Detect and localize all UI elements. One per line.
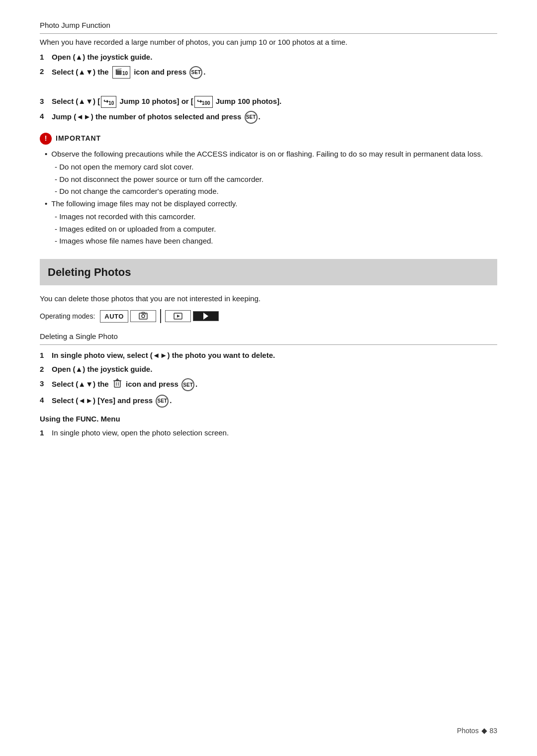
set-button-icon-4: SET <box>245 111 258 124</box>
sub-1-1-text: Do not open the memory card slot cover. <box>59 163 193 171</box>
footer-diamond <box>481 729 487 734</box>
subsection-title: Deleting a Single Photo <box>40 332 118 340</box>
sub-item-2-2: Images edited on or uploaded from a comp… <box>55 224 497 235</box>
important-list: Observe the following precautions while … <box>40 149 497 247</box>
sub-item-2-3: Images whose file names have been change… <box>55 236 497 247</box>
delete-step-1-text: In single photo view, select (◄►) the ph… <box>52 350 275 361</box>
mode-vr <box>165 310 191 322</box>
sub-list-1: Do not open the memory card slot cover. … <box>45 162 497 197</box>
important-icon: ! <box>40 133 52 145</box>
step-num-2: 2 <box>40 66 48 79</box>
intro-text: When you have recorded a large number of… <box>40 37 497 48</box>
step-2-text: Select (▲▼) the 🎬10 icon and press SET. <box>52 66 205 79</box>
section2-intro: You can delete those photos that you are… <box>40 293 497 305</box>
footer-text: Photos <box>457 727 479 735</box>
subsection-title-bar: Deleting a Single Photo <box>40 331 497 345</box>
bullet-2-text: The following image files may not be dis… <box>51 198 237 210</box>
delete-step-num-2: 2 <box>40 364 48 375</box>
footer-page: 83 <box>489 727 497 735</box>
delete-step-num-4: 4 <box>40 395 48 408</box>
delete-step-4-text: Select (◄►) [Yes] and press SET. <box>52 395 172 408</box>
sub-list-2: Images not recorded with this camcorder.… <box>45 211 497 247</box>
mode-separator <box>160 309 161 323</box>
delete-step-num-3: 3 <box>40 378 48 392</box>
sub-2-2-text: Images edited on or uploaded from a comp… <box>59 225 216 233</box>
mode-playback <box>193 311 219 321</box>
important-header: ! IMPORTANT <box>40 133 497 145</box>
sub-1-3-text: Do not change the camcorder's operating … <box>59 187 219 195</box>
jump10-icon: ↪10 <box>101 96 116 108</box>
trash-icon <box>112 378 122 392</box>
sub-item-1-3: Do not change the camcorder's operating … <box>55 186 497 197</box>
important-box: ! IMPORTANT Observe the following precau… <box>40 133 497 247</box>
sub-item-1-1: Do not open the memory card slot cover. <box>55 162 497 173</box>
step-num-1: 1 <box>40 52 48 63</box>
section1-title: Photo Jump Function <box>40 21 110 29</box>
delete-step-3-text: Select (▲▼) the icon and press SET. <box>52 378 197 392</box>
section2-heading: Deleting Photos <box>40 259 497 285</box>
play-triangle-icon <box>203 313 208 320</box>
sub-item-2-1: Images not recorded with this camcorder. <box>55 211 497 223</box>
mode-auto: AUTO <box>100 310 128 323</box>
svg-point-3 <box>145 314 146 315</box>
sub-2-3-text: Images whose file names have been change… <box>59 237 213 245</box>
important-label: IMPORTANT <box>56 133 101 144</box>
film10-icon: 🎬10 <box>112 66 130 78</box>
bullet-item-2: The following image files may not be dis… <box>45 198 497 210</box>
step-1-text: Open (▲) the joystick guide. <box>52 52 152 63</box>
func-step-1-text: In single photo view, open the photo sel… <box>52 427 229 439</box>
delete-step-num-1: 1 <box>40 350 48 361</box>
operating-modes-bar: Operating modes: AUTO <box>40 309 497 323</box>
page-footer: Photos 83 <box>457 726 497 736</box>
svg-rect-6 <box>114 381 120 387</box>
section1-title-bar: Photo Jump Function <box>40 20 497 34</box>
svg-point-1 <box>142 315 145 318</box>
set-button-icon-2: SET <box>189 66 202 79</box>
step-3-text: Select (▲▼) [↪10 Jump 10 photos] or [↪10… <box>52 96 281 108</box>
jump100-icon: ↪100 <box>194 96 213 108</box>
sub-2-1-text: Images not recorded with this camcorder. <box>59 212 195 221</box>
using-func-label: Using the FUNC. Menu <box>40 414 497 425</box>
bullet-item-1: Observe the following precautions while … <box>45 149 497 160</box>
operating-modes-label: Operating modes: <box>40 311 95 322</box>
set-button-icon-d3: SET <box>181 378 194 391</box>
delete-step-2-text: Open (▲) the joystick guide. <box>52 364 152 375</box>
sub-item-1-2: Do not disconnect the power source or tu… <box>55 174 497 185</box>
bullet-1-text: Observe the following precautions while … <box>51 149 483 160</box>
mode-scn <box>130 310 156 322</box>
svg-marker-5 <box>177 315 180 318</box>
step-4-text: Jump (◄►) the number of photos selected … <box>52 111 261 124</box>
set-button-icon-d4: SET <box>156 395 169 408</box>
step-num-3: 3 <box>40 96 48 108</box>
sub-1-2-text: Do not disconnect the power source or tu… <box>59 175 264 183</box>
func-step-num-1: 1 <box>40 427 48 439</box>
step-num-4: 4 <box>40 111 48 124</box>
